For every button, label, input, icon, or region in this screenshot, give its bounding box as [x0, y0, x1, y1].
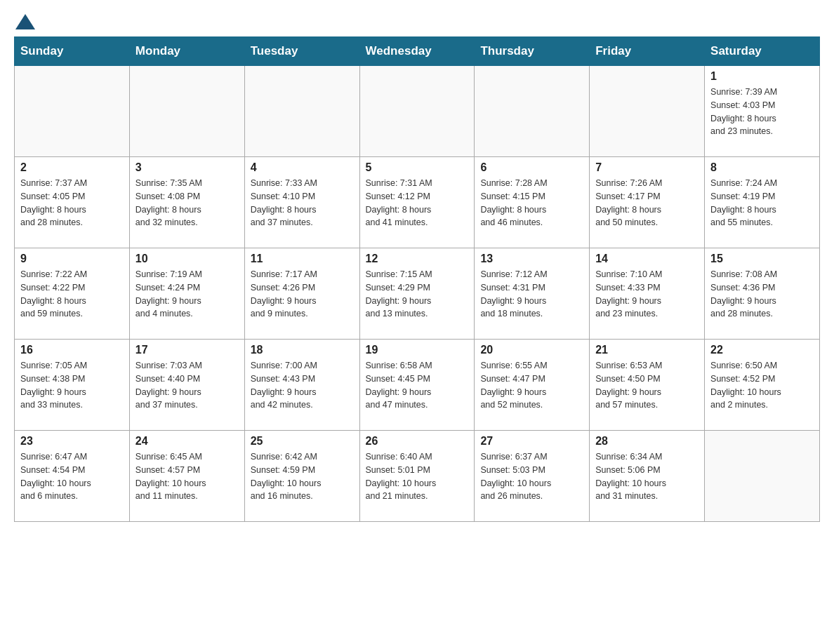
day-number: 18 — [251, 344, 354, 356]
day-cell: 10Sunrise: 7:19 AM Sunset: 4:24 PM Dayli… — [129, 248, 244, 340]
day-cell: 24Sunrise: 6:45 AM Sunset: 4:57 PM Dayli… — [129, 431, 244, 522]
day-info: Sunrise: 7:19 AM Sunset: 4:24 PM Dayligh… — [135, 268, 239, 321]
day-info: Sunrise: 7:15 AM Sunset: 4:29 PM Dayligh… — [366, 268, 469, 321]
header-cell-tuesday: Tuesday — [244, 37, 359, 66]
day-number: 26 — [366, 435, 469, 448]
day-info: Sunrise: 6:37 AM Sunset: 5:03 PM Dayligh… — [480, 450, 583, 503]
day-number: 1 — [710, 70, 814, 83]
day-number: 25 — [251, 435, 354, 448]
day-cell: 7Sunrise: 7:26 AM Sunset: 4:17 PM Daylig… — [590, 157, 705, 248]
day-number: 17 — [135, 344, 239, 356]
day-number: 5 — [366, 161, 469, 174]
day-cell: 4Sunrise: 7:33 AM Sunset: 4:10 PM Daylig… — [244, 157, 359, 248]
day-cell: 18Sunrise: 7:00 AM Sunset: 4:43 PM Dayli… — [244, 340, 359, 431]
day-cell — [15, 66, 130, 157]
day-cell: 13Sunrise: 7:12 AM Sunset: 4:31 PM Dayli… — [475, 248, 590, 340]
day-cell: 12Sunrise: 7:15 AM Sunset: 4:29 PM Dayli… — [359, 248, 475, 340]
day-number: 12 — [366, 253, 469, 265]
day-info: Sunrise: 7:24 AM Sunset: 4:19 PM Dayligh… — [710, 177, 814, 229]
day-cell: 16Sunrise: 7:05 AM Sunset: 4:38 PM Dayli… — [15, 340, 130, 431]
day-cell — [359, 66, 475, 157]
day-info: Sunrise: 6:47 AM Sunset: 4:54 PM Dayligh… — [20, 450, 124, 503]
day-cell — [705, 431, 820, 522]
day-cell: 23Sunrise: 6:47 AM Sunset: 4:54 PM Dayli… — [15, 431, 130, 522]
day-cell: 26Sunrise: 6:40 AM Sunset: 5:01 PM Dayli… — [359, 431, 475, 522]
header-cell-wednesday: Wednesday — [359, 37, 475, 66]
day-info: Sunrise: 7:17 AM Sunset: 4:26 PM Dayligh… — [251, 268, 354, 321]
calendar-body: 1Sunrise: 7:39 AM Sunset: 4:03 PM Daylig… — [15, 66, 820, 522]
day-number: 14 — [595, 253, 699, 265]
day-number: 21 — [595, 344, 699, 356]
day-info: Sunrise: 7:03 AM Sunset: 4:40 PM Dayligh… — [135, 359, 239, 412]
header-cell-saturday: Saturday — [705, 37, 820, 66]
day-cell: 11Sunrise: 7:17 AM Sunset: 4:26 PM Dayli… — [244, 248, 359, 340]
day-number: 7 — [595, 161, 699, 174]
day-cell: 1Sunrise: 7:39 AM Sunset: 4:03 PM Daylig… — [705, 66, 820, 157]
day-info: Sunrise: 7:35 AM Sunset: 4:08 PM Dayligh… — [135, 177, 239, 229]
day-cell — [244, 66, 359, 157]
day-info: Sunrise: 7:10 AM Sunset: 4:33 PM Dayligh… — [595, 268, 699, 321]
day-info: Sunrise: 6:58 AM Sunset: 4:45 PM Dayligh… — [366, 359, 469, 412]
day-info: Sunrise: 7:28 AM Sunset: 4:15 PM Dayligh… — [480, 177, 583, 229]
day-cell — [590, 66, 705, 157]
day-number: 2 — [20, 161, 124, 174]
week-row-3: 16Sunrise: 7:05 AM Sunset: 4:38 PM Dayli… — [15, 340, 820, 431]
day-info: Sunrise: 7:26 AM Sunset: 4:17 PM Dayligh… — [595, 177, 699, 229]
day-info: Sunrise: 7:39 AM Sunset: 4:03 PM Dayligh… — [710, 86, 814, 138]
day-number: 15 — [710, 253, 814, 265]
day-number: 27 — [480, 435, 583, 448]
day-info: Sunrise: 6:50 AM Sunset: 4:52 PM Dayligh… — [710, 359, 814, 412]
day-number: 13 — [480, 253, 583, 265]
day-info: Sunrise: 7:05 AM Sunset: 4:38 PM Dayligh… — [20, 359, 124, 412]
day-number: 4 — [251, 161, 354, 174]
day-cell: 19Sunrise: 6:58 AM Sunset: 4:45 PM Dayli… — [359, 340, 475, 431]
day-info: Sunrise: 7:12 AM Sunset: 4:31 PM Dayligh… — [480, 268, 583, 321]
calendar-table: SundayMondayTuesdayWednesdayThursdayFrid… — [14, 36, 820, 522]
day-cell: 25Sunrise: 6:42 AM Sunset: 4:59 PM Dayli… — [244, 431, 359, 522]
day-number: 28 — [595, 435, 699, 448]
day-number: 9 — [20, 253, 124, 265]
day-number: 22 — [710, 344, 814, 356]
day-number: 20 — [480, 344, 583, 356]
day-number: 3 — [135, 161, 239, 174]
day-cell: 15Sunrise: 7:08 AM Sunset: 4:36 PM Dayli… — [705, 248, 820, 340]
day-number: 24 — [135, 435, 239, 448]
day-info: Sunrise: 6:34 AM Sunset: 5:06 PM Dayligh… — [595, 450, 699, 503]
day-number: 19 — [366, 344, 469, 356]
week-row-1: 2Sunrise: 7:37 AM Sunset: 4:05 PM Daylig… — [15, 157, 820, 248]
day-info: Sunrise: 7:31 AM Sunset: 4:12 PM Dayligh… — [366, 177, 469, 229]
day-cell: 6Sunrise: 7:28 AM Sunset: 4:15 PM Daylig… — [475, 157, 590, 248]
day-cell: 8Sunrise: 7:24 AM Sunset: 4:19 PM Daylig… — [705, 157, 820, 248]
week-row-2: 9Sunrise: 7:22 AM Sunset: 4:22 PM Daylig… — [15, 248, 820, 340]
day-number: 16 — [20, 344, 124, 356]
day-cell: 22Sunrise: 6:50 AM Sunset: 4:52 PM Dayli… — [705, 340, 820, 431]
logo — [14, 14, 37, 29]
day-info: Sunrise: 6:40 AM Sunset: 5:01 PM Dayligh… — [366, 450, 469, 503]
header-row: SundayMondayTuesdayWednesdayThursdayFrid… — [15, 37, 820, 66]
day-cell: 21Sunrise: 6:53 AM Sunset: 4:50 PM Dayli… — [590, 340, 705, 431]
day-cell: 5Sunrise: 7:31 AM Sunset: 4:12 PM Daylig… — [359, 157, 475, 248]
day-number: 23 — [20, 435, 124, 448]
header-cell-friday: Friday — [590, 37, 705, 66]
calendar-header: SundayMondayTuesdayWednesdayThursdayFrid… — [15, 37, 820, 66]
day-cell: 28Sunrise: 6:34 AM Sunset: 5:06 PM Dayli… — [590, 431, 705, 522]
day-info: Sunrise: 6:53 AM Sunset: 4:50 PM Dayligh… — [595, 359, 699, 412]
day-number: 6 — [480, 161, 583, 174]
day-cell — [129, 66, 244, 157]
day-number: 8 — [710, 161, 814, 174]
logo-triangle-icon — [15, 14, 35, 29]
day-cell: 2Sunrise: 7:37 AM Sunset: 4:05 PM Daylig… — [15, 157, 130, 248]
day-info: Sunrise: 7:37 AM Sunset: 4:05 PM Dayligh… — [20, 177, 124, 229]
page-header — [14, 14, 820, 29]
header-cell-thursday: Thursday — [475, 37, 590, 66]
week-row-4: 23Sunrise: 6:47 AM Sunset: 4:54 PM Dayli… — [15, 431, 820, 522]
week-row-0: 1Sunrise: 7:39 AM Sunset: 4:03 PM Daylig… — [15, 66, 820, 157]
header-cell-monday: Monday — [129, 37, 244, 66]
day-cell: 9Sunrise: 7:22 AM Sunset: 4:22 PM Daylig… — [15, 248, 130, 340]
day-cell: 27Sunrise: 6:37 AM Sunset: 5:03 PM Dayli… — [475, 431, 590, 522]
day-cell — [475, 66, 590, 157]
day-cell: 14Sunrise: 7:10 AM Sunset: 4:33 PM Dayli… — [590, 248, 705, 340]
header-cell-sunday: Sunday — [15, 37, 130, 66]
day-cell: 3Sunrise: 7:35 AM Sunset: 4:08 PM Daylig… — [129, 157, 244, 248]
day-info: Sunrise: 6:42 AM Sunset: 4:59 PM Dayligh… — [251, 450, 354, 503]
